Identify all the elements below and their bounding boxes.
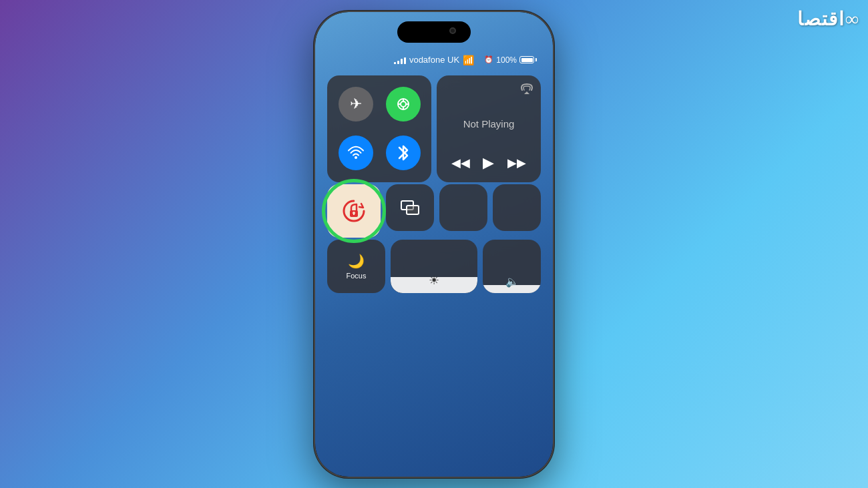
airplay-icon[interactable] [521, 83, 533, 97]
svg-point-6 [355, 156, 357, 159]
wifi-button[interactable] [339, 136, 373, 170]
focus-moon-icon: 🌙 [348, 253, 365, 269]
volume-slider[interactable]: 🔈 [483, 240, 541, 293]
cellular-icon [395, 96, 411, 112]
alarm-icon: ⏰ [484, 55, 493, 64]
svg-rect-12 [407, 206, 419, 214]
cellular-button[interactable] [386, 87, 421, 121]
brightness-slider[interactable]: ☀ [391, 240, 477, 293]
forward-button[interactable]: ▶▶ [505, 153, 529, 173]
focus-button[interactable]: 🌙 Focus [327, 240, 385, 293]
media-top [445, 83, 533, 97]
media-player-block[interactable]: Not Playing ◀◀ ▶ ▶▶ [437, 75, 541, 182]
media-controls: ◀◀ ▶ ▶▶ [445, 152, 533, 174]
rewind-button[interactable]: ◀◀ [449, 153, 473, 173]
control-center: ✈ [327, 75, 541, 457]
middle-row [327, 188, 541, 234]
signal-bar-1 [394, 62, 396, 64]
top-row: ✈ [327, 75, 541, 182]
phone-frame: vodafone UK 📶 ⏰ 100% [314, 11, 554, 478]
orientation-lock-icon [341, 198, 367, 224]
brightness-icon: ☀ [429, 273, 439, 288]
svg-rect-10 [353, 213, 355, 215]
status-bar: vodafone UK 📶 ⏰ 100% [315, 52, 553, 68]
carrier-info: vodafone UK 📶 [394, 55, 474, 65]
svg-point-1 [401, 101, 406, 107]
battery-body [519, 56, 534, 63]
battery-icon [519, 56, 537, 63]
battery-percent: 100% [496, 55, 517, 65]
wifi-icon [347, 146, 365, 160]
focus-label: Focus [346, 272, 366, 280]
carrier-name: vodafone UK [409, 55, 459, 65]
airplay-svg [521, 83, 533, 94]
bluetooth-button[interactable] [386, 136, 421, 170]
watermark-logo: اقتصا∞ [797, 8, 860, 30]
not-playing-label: Not Playing [445, 118, 533, 130]
volume-icon: 🔈 [505, 275, 519, 288]
battery-fill [521, 58, 533, 62]
camera-dot [449, 27, 456, 34]
screen-mirror-button[interactable] [386, 184, 434, 231]
connectivity-block: ✈ [327, 75, 431, 182]
signal-bar-3 [401, 59, 403, 64]
battery-tip [535, 58, 537, 61]
status-right: ⏰ 100% [484, 55, 537, 65]
signal-bar-4 [404, 57, 406, 64]
signal-bar-2 [397, 61, 399, 64]
bluetooth-icon [398, 144, 409, 162]
signal-bars [394, 56, 406, 64]
phone-screen: vodafone UK 📶 ⏰ 100% [315, 12, 553, 477]
wifi-status-icon: 📶 [463, 55, 474, 65]
airplane-mode-button[interactable]: ✈ [339, 87, 373, 121]
orientation-lock-button[interactable] [327, 184, 381, 238]
empty-control-1 [439, 184, 487, 231]
screen-mirror-icon [401, 200, 419, 215]
empty-control-2 [493, 184, 541, 231]
bottom-row: 🌙 Focus ☀ 🔈 [327, 240, 541, 293]
play-button[interactable]: ▶ [480, 152, 497, 174]
dynamic-island [397, 21, 471, 43]
